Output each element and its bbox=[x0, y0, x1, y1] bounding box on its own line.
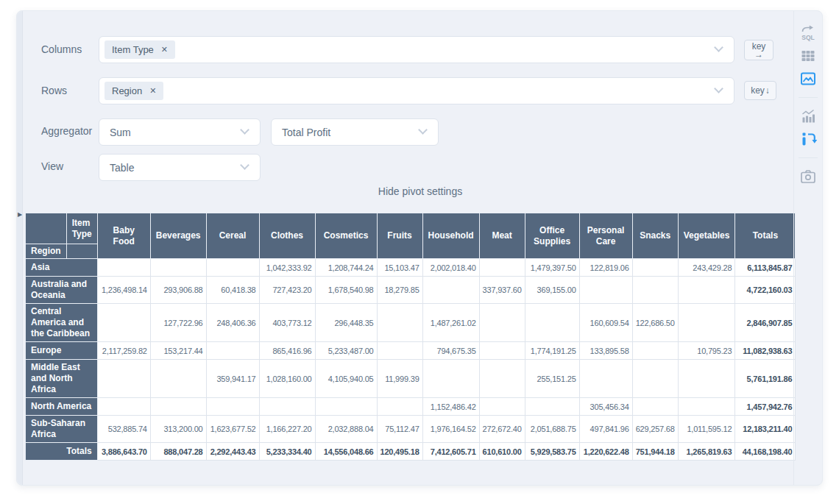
value-cell bbox=[150, 259, 206, 277]
row-header: Middle East and North Africa bbox=[26, 360, 98, 398]
value-cell bbox=[579, 360, 632, 398]
pivot-corner-cell-2 bbox=[66, 244, 97, 259]
value-cell: 1,774,191.25 bbox=[525, 342, 579, 360]
value-cell: 403,773.12 bbox=[259, 304, 315, 342]
row-total-cell: 12,183,211.40 bbox=[735, 416, 796, 443]
image-icon[interactable] bbox=[799, 70, 817, 88]
chevron-down-icon bbox=[240, 160, 249, 170]
value-cell: 153,217.44 bbox=[150, 342, 206, 360]
rows-tag-region[interactable]: Region ✕ bbox=[105, 82, 163, 100]
columns-select[interactable]: Item Type ✕ bbox=[99, 36, 734, 63]
row-header: Central America and the Caribbean bbox=[26, 304, 98, 342]
page: ▶ Columns Item Type ✕ key → Rows Region … bbox=[0, 0, 839, 504]
value-cell: 248,406.36 bbox=[206, 304, 259, 342]
value-cell bbox=[678, 304, 735, 342]
col-header: Fruits bbox=[377, 213, 422, 259]
view-label: View bbox=[41, 160, 63, 172]
grand-total-cell: 44,168,198.40 bbox=[735, 443, 796, 461]
aggregator-field-select[interactable]: Total Profit bbox=[271, 118, 439, 146]
value-cell bbox=[678, 360, 735, 398]
collapse-handle-icon[interactable]: ▶ bbox=[18, 211, 22, 219]
value-cell: 1,623,677.52 bbox=[206, 416, 259, 443]
value-cell bbox=[97, 304, 150, 342]
value-cell bbox=[678, 398, 735, 416]
value-cell bbox=[479, 398, 525, 416]
columns-tag-item-type[interactable]: Item Type ✕ bbox=[105, 40, 175, 59]
aggregator-select[interactable]: Sum bbox=[99, 118, 261, 146]
value-cell: 1,166,227.20 bbox=[259, 416, 315, 443]
value-cell: 15,103.47 bbox=[377, 259, 422, 277]
col-header: Baby Food bbox=[97, 213, 150, 259]
table-icon[interactable] bbox=[799, 47, 817, 65]
aggregator-field-value: Total Profit bbox=[282, 127, 330, 138]
value-cell: 2,032,888.04 bbox=[315, 416, 377, 443]
value-cell: 243,429.28 bbox=[678, 259, 735, 277]
col-total-cell: 1,265,819.63 bbox=[678, 443, 735, 461]
col-total-cell: 7,412,605.71 bbox=[422, 443, 479, 461]
remove-tag-icon[interactable]: ✕ bbox=[161, 45, 168, 54]
value-cell: 122,819.06 bbox=[579, 259, 632, 277]
value-cell: 296,448.35 bbox=[315, 304, 377, 342]
col-header: Household bbox=[422, 213, 479, 259]
value-cell: 122,686.50 bbox=[632, 304, 678, 342]
col-total-cell: 888,047.28 bbox=[150, 443, 206, 461]
col-total-cell: 2,292,443.43 bbox=[206, 443, 259, 461]
value-cell bbox=[377, 342, 422, 360]
value-cell: 1,479,397.50 bbox=[525, 259, 579, 277]
columns-label: Columns bbox=[41, 43, 82, 55]
chevron-down-icon bbox=[714, 84, 723, 93]
value-cell: 629,257.68 bbox=[632, 416, 678, 443]
value-cell: 10,795.23 bbox=[678, 342, 735, 360]
value-cell bbox=[259, 398, 315, 416]
sql-icon[interactable]: SQL bbox=[799, 24, 817, 42]
row-total-cell: 5,761,191.86 bbox=[735, 360, 796, 398]
chevron-down-icon bbox=[240, 125, 249, 135]
value-cell: 1,678,540.98 bbox=[315, 277, 377, 304]
view-select[interactable]: Table bbox=[99, 154, 261, 181]
value-cell: 313,200.00 bbox=[150, 416, 206, 443]
value-cell: 359,941.17 bbox=[206, 360, 259, 398]
col-header: Cosmetics bbox=[315, 213, 377, 259]
row-header: Asia bbox=[26, 259, 98, 277]
tag-label: Item Type bbox=[112, 44, 154, 55]
value-cell: 133,895.58 bbox=[579, 342, 632, 360]
value-cell bbox=[97, 259, 150, 277]
chevron-down-icon bbox=[714, 43, 723, 52]
col-header: Beverages bbox=[150, 213, 206, 259]
value-cell: 1,208,744.24 bbox=[315, 259, 377, 277]
value-cell: 497,841.96 bbox=[579, 416, 632, 443]
arrow-down-icon: ↓ bbox=[765, 87, 770, 94]
value-cell: 1,152,486.42 bbox=[422, 398, 479, 416]
pivot-icon[interactable] bbox=[799, 130, 817, 148]
value-cell: 2,002,018.40 bbox=[422, 259, 479, 277]
value-cell bbox=[377, 304, 422, 342]
value-cell bbox=[632, 259, 678, 277]
value-cell: 1,976,164.52 bbox=[422, 416, 479, 443]
hide-pivot-settings-link[interactable]: Hide pivot settings bbox=[17, 185, 824, 197]
rows-select[interactable]: Region ✕ bbox=[99, 77, 734, 104]
col-header: Snacks bbox=[632, 213, 678, 259]
columns-key-button[interactable]: key → bbox=[744, 40, 773, 60]
bar-chart-icon[interactable] bbox=[799, 107, 817, 125]
value-cell bbox=[150, 398, 206, 416]
value-cell bbox=[97, 360, 150, 398]
rows-label: Rows bbox=[41, 85, 67, 96]
camera-icon[interactable] bbox=[799, 168, 817, 185]
remove-tag-icon[interactable]: ✕ bbox=[149, 86, 156, 96]
value-cell: 293,906.88 bbox=[150, 277, 206, 304]
value-cell: 75,112.47 bbox=[377, 416, 422, 443]
aggregator-label: Aggregator bbox=[41, 125, 92, 137]
col-total-cell: 5,233,334.40 bbox=[259, 443, 315, 461]
row-total-cell: 1,457,942.76 bbox=[735, 398, 796, 416]
rows-key-button[interactable]: key ↓ bbox=[744, 81, 776, 100]
value-cell bbox=[579, 277, 632, 304]
col-total-cell: 1,220,622.48 bbox=[579, 443, 632, 461]
value-cell: 127,722.96 bbox=[150, 304, 206, 342]
totals-row-header: Totals bbox=[26, 443, 98, 461]
row-header: North America bbox=[26, 398, 98, 416]
value-cell: 865,416.96 bbox=[259, 342, 315, 360]
row-header: Europe bbox=[26, 342, 98, 360]
value-cell: 1,028,160.00 bbox=[259, 360, 315, 398]
arrow-right-icon: → bbox=[754, 51, 763, 58]
row-header: Sub-Saharan Africa bbox=[26, 416, 98, 443]
